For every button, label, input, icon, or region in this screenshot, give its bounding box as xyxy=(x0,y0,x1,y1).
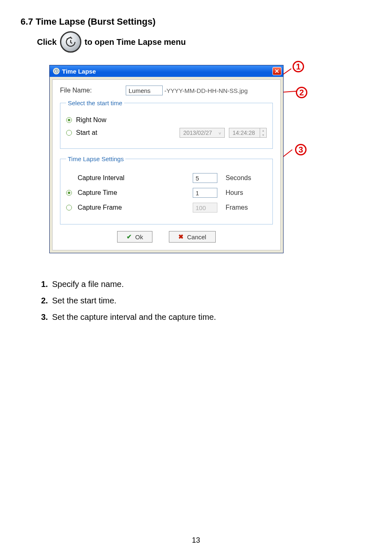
right-now-label: Right Now xyxy=(76,116,106,124)
time-lapse-icon xyxy=(60,31,81,53)
frame-unit: Frames xyxy=(226,204,267,211)
close-icon: ✕ xyxy=(274,68,279,74)
spinner-down-icon: ▼ xyxy=(260,133,266,137)
capture-frame-label: Capture Frame xyxy=(78,204,122,211)
interval-unit: Seconds xyxy=(226,174,267,182)
start-time-value: 14:24:28 xyxy=(233,130,255,136)
cancel-label: Cancel xyxy=(187,234,206,240)
callout-3: 3 xyxy=(295,144,307,155)
time-lapse-settings-group: Time Lapse Settings Capture Interval Sec… xyxy=(60,155,273,224)
section-heading: 6.7 Time Lapse (Burst Settings) xyxy=(21,16,371,27)
click-post-text: to open Time Lapse menu xyxy=(85,37,186,47)
list-text-1: Specify a file name. xyxy=(52,276,124,292)
dialog-body: File Name: -YYYY-MM-DD-HH-NN-SS.jpg Sele… xyxy=(52,79,281,250)
list-number: 2. xyxy=(41,292,48,309)
capture-frame-input xyxy=(193,203,217,213)
time-spinner[interactable]: ▲ ▼ xyxy=(260,128,266,137)
start-date-input[interactable]: 2013/02/27 ⅴ xyxy=(180,128,225,138)
capture-time-option[interactable]: Capture Time Hours xyxy=(66,188,267,198)
capture-time-label: Capture Time xyxy=(78,189,117,197)
radio-icon xyxy=(66,190,72,196)
time-unit: Hours xyxy=(226,189,267,197)
capture-interval-label: Capture Interval xyxy=(78,174,125,182)
right-now-option[interactable]: Right Now xyxy=(66,116,267,124)
ok-button[interactable]: ✔ Ok xyxy=(117,231,152,243)
titlebar-app-icon xyxy=(53,68,60,74)
ok-label: Ok xyxy=(135,234,143,240)
list-number: 3. xyxy=(41,309,48,325)
start-time-group: Select the start time Right Now Start at… xyxy=(60,99,273,149)
cancel-button[interactable]: ✖ Cancel xyxy=(169,231,216,243)
radio-icon xyxy=(66,130,72,136)
start-at-label: Start at xyxy=(76,129,97,136)
radio-icon xyxy=(66,205,72,210)
callout-2: 2 xyxy=(296,87,307,98)
list-text-2: Set the start time. xyxy=(52,292,117,309)
check-icon: ✔ xyxy=(127,233,132,240)
spinner-up-icon: ▲ xyxy=(260,128,266,133)
list-text-3: Set the capture interval and the capture… xyxy=(52,309,216,325)
radio-icon xyxy=(66,117,72,123)
capture-time-input[interactable] xyxy=(193,188,217,198)
instruction-list: 1. Specify a file name. 2. Set the start… xyxy=(41,276,371,325)
chevron-down-icon: ⅴ xyxy=(219,131,221,135)
capture-interval-input[interactable] xyxy=(193,173,217,183)
start-at-option[interactable]: Start at 2013/02/27 ⅴ 14:24:28 ▲ ▼ xyxy=(66,128,267,138)
cross-icon: ✖ xyxy=(178,233,184,240)
callout-1: 1 xyxy=(293,61,304,72)
tls-legend: Time Lapse Settings xyxy=(66,155,125,162)
dialog-title: Time Lapse xyxy=(62,68,96,75)
start-time-input[interactable]: 14:24:28 ▲ ▼ xyxy=(229,128,267,138)
click-instruction: Click to open Time Lapse menu xyxy=(37,31,371,53)
click-pre-text: Click xyxy=(37,37,57,47)
close-button[interactable]: ✕ xyxy=(272,67,281,75)
list-number: 1. xyxy=(41,276,48,292)
page-number: 13 xyxy=(0,536,392,545)
file-name-input[interactable] xyxy=(126,86,163,95)
capture-frame-option[interactable]: Capture Frame Frames xyxy=(66,203,267,213)
time-lapse-dialog: Time Lapse ✕ File Name: -YYYY-MM-DD-HH-N… xyxy=(49,65,284,253)
start-date-value: 2013/02/27 xyxy=(183,130,212,136)
file-name-suffix: -YYYY-MM-DD-HH-NN-SS.jpg xyxy=(164,87,248,94)
file-name-label: File Name: xyxy=(60,87,126,94)
titlebar: Time Lapse ✕ xyxy=(50,65,283,77)
dialog-screenshot: 1 2 3 Time Lapse ✕ File Name: -YYYY-MM-D… xyxy=(49,65,300,253)
start-time-legend: Select the start time xyxy=(66,99,124,106)
